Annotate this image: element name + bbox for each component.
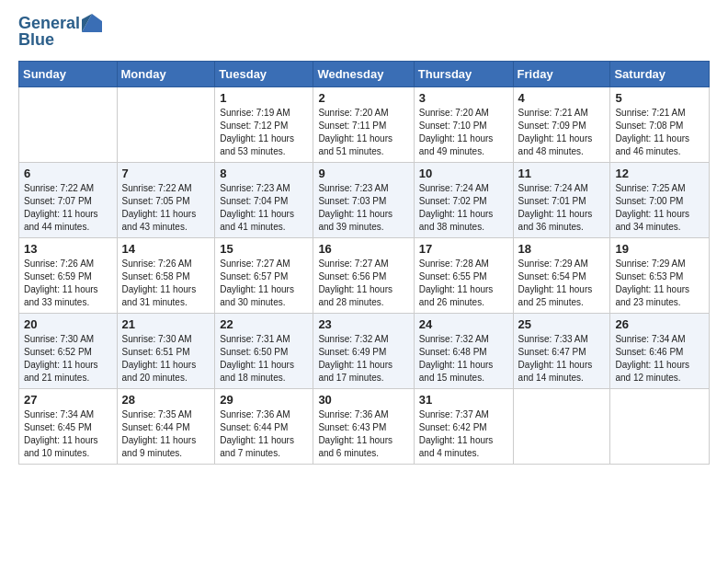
calendar-cell: 6Sunrise: 7:22 AMSunset: 7:07 PMDaylight… [19,162,118,237]
sunset-text: Sunset: 6:44 PM [220,421,308,434]
calendar-week-row: 13Sunrise: 7:26 AMSunset: 6:59 PMDayligh… [19,237,710,313]
sunrise-text: Sunrise: 7:28 AM [419,258,508,270]
sunset-text: Sunset: 6:54 PM [518,270,606,283]
sunrise-text: Sunrise: 7:31 AM [220,333,308,346]
daylight-text: Daylight: 11 hours and 9 minutes. [122,434,210,460]
calendar-cell: 31Sunrise: 7:37 AMSunset: 6:42 PMDayligh… [414,388,513,464]
day-number: 18 [518,242,606,256]
sunrise-text: Sunrise: 7:36 AM [318,408,408,421]
cell-content: Sunrise: 7:22 AMSunset: 7:05 PMDaylight:… [122,182,210,234]
calendar-cell: 28Sunrise: 7:35 AMSunset: 6:44 PMDayligh… [117,388,215,464]
calendar-cell: 23Sunrise: 7:32 AMSunset: 6:49 PMDayligh… [313,313,414,388]
col-header-saturday: Saturday [610,61,710,86]
calendar-week-row: 6Sunrise: 7:22 AMSunset: 7:07 PMDaylight… [19,162,710,237]
cell-content: Sunrise: 7:34 AMSunset: 6:45 PMDaylight:… [24,408,112,460]
cell-content: Sunrise: 7:22 AMSunset: 7:07 PMDaylight:… [24,182,112,234]
cell-content: Sunrise: 7:23 AMSunset: 7:03 PMDaylight:… [318,182,408,234]
daylight-text: Daylight: 11 hours and 51 minutes. [318,132,408,158]
day-number: 20 [24,317,112,331]
sunrise-text: Sunrise: 7:37 AM [419,408,508,421]
cell-content: Sunrise: 7:20 AMSunset: 7:10 PMDaylight:… [419,107,508,158]
sunrise-text: Sunrise: 7:29 AM [615,258,704,270]
daylight-text: Daylight: 11 hours and 38 minutes. [419,208,508,234]
sunrise-text: Sunrise: 7:24 AM [419,182,508,195]
day-number: 5 [615,91,704,105]
day-number: 1 [220,91,308,105]
calendar-cell: 20Sunrise: 7:30 AMSunset: 6:52 PMDayligh… [19,313,118,388]
cell-content: Sunrise: 7:25 AMSunset: 7:00 PMDaylight:… [615,182,704,234]
day-number: 21 [122,317,210,331]
daylight-text: Daylight: 11 hours and 46 minutes. [615,132,704,158]
day-number: 15 [220,242,308,256]
sunset-text: Sunset: 7:01 PM [518,195,606,208]
calendar-cell [117,86,215,162]
col-header-sunday: Sunday [19,61,118,86]
daylight-text: Daylight: 11 hours and 43 minutes. [122,208,210,234]
sunrise-text: Sunrise: 7:33 AM [518,333,606,346]
sunrise-text: Sunrise: 7:29 AM [518,258,606,270]
daylight-text: Daylight: 11 hours and 36 minutes. [518,208,606,234]
day-number: 29 [220,393,308,407]
sunrise-text: Sunrise: 7:22 AM [122,182,210,195]
sunrise-text: Sunrise: 7:22 AM [24,182,112,195]
sunset-text: Sunset: 6:50 PM [220,346,308,359]
sunset-text: Sunset: 7:12 PM [220,120,308,132]
calendar-week-row: 27Sunrise: 7:34 AMSunset: 6:45 PMDayligh… [19,388,710,464]
sunset-text: Sunset: 6:55 PM [419,270,508,283]
daylight-text: Daylight: 11 hours and 14 minutes. [518,359,606,385]
sunset-text: Sunset: 7:02 PM [419,195,508,208]
sunrise-text: Sunrise: 7:32 AM [419,333,508,346]
cell-content: Sunrise: 7:20 AMSunset: 7:11 PMDaylight:… [318,107,408,158]
calendar-cell: 12Sunrise: 7:25 AMSunset: 7:00 PMDayligh… [610,162,710,237]
cell-content: Sunrise: 7:26 AMSunset: 6:59 PMDaylight:… [24,258,112,309]
sunset-text: Sunset: 6:58 PM [122,270,210,283]
calendar-cell: 10Sunrise: 7:24 AMSunset: 7:02 PMDayligh… [414,162,513,237]
calendar-cell: 24Sunrise: 7:32 AMSunset: 6:48 PMDayligh… [414,313,513,388]
sunset-text: Sunset: 7:04 PM [220,195,308,208]
col-header-tuesday: Tuesday [215,61,313,86]
sunrise-text: Sunrise: 7:26 AM [122,258,210,270]
calendar-cell: 14Sunrise: 7:26 AMSunset: 6:58 PMDayligh… [117,237,215,313]
daylight-text: Daylight: 11 hours and 17 minutes. [318,359,408,385]
day-number: 19 [615,242,704,256]
sunrise-text: Sunrise: 7:34 AM [24,408,112,421]
calendar-cell: 29Sunrise: 7:36 AMSunset: 6:44 PMDayligh… [215,388,313,464]
daylight-text: Daylight: 11 hours and 53 minutes. [220,132,308,158]
day-number: 2 [318,91,408,105]
cell-content: Sunrise: 7:32 AMSunset: 6:48 PMDaylight:… [419,333,508,385]
daylight-text: Daylight: 11 hours and 23 minutes. [615,283,704,309]
calendar-week-row: 20Sunrise: 7:30 AMSunset: 6:52 PMDayligh… [19,313,710,388]
daylight-text: Daylight: 11 hours and 30 minutes. [220,283,308,309]
calendar-cell: 11Sunrise: 7:24 AMSunset: 7:01 PMDayligh… [513,162,610,237]
day-number: 14 [122,242,210,256]
calendar-cell: 7Sunrise: 7:22 AMSunset: 7:05 PMDaylight… [117,162,215,237]
cell-content: Sunrise: 7:36 AMSunset: 6:44 PMDaylight:… [220,408,308,460]
sunset-text: Sunset: 7:11 PM [318,120,408,132]
sunset-text: Sunset: 7:07 PM [24,195,112,208]
cell-content: Sunrise: 7:34 AMSunset: 6:46 PMDaylight:… [615,333,704,385]
calendar-cell: 22Sunrise: 7:31 AMSunset: 6:50 PMDayligh… [215,313,313,388]
cell-content: Sunrise: 7:35 AMSunset: 6:44 PMDaylight:… [122,408,210,460]
sunset-text: Sunset: 7:08 PM [615,120,704,132]
sunset-text: Sunset: 7:00 PM [615,195,704,208]
header: General Blue [18,15,710,50]
sunset-text: Sunset: 6:56 PM [318,270,408,283]
calendar-cell: 8Sunrise: 7:23 AMSunset: 7:04 PMDaylight… [215,162,313,237]
calendar-cell: 27Sunrise: 7:34 AMSunset: 6:45 PMDayligh… [19,388,118,464]
calendar-cell: 30Sunrise: 7:36 AMSunset: 6:43 PMDayligh… [313,388,414,464]
calendar-week-row: 1Sunrise: 7:19 AMSunset: 7:12 PMDaylight… [19,86,710,162]
calendar-cell: 18Sunrise: 7:29 AMSunset: 6:54 PMDayligh… [513,237,610,313]
daylight-text: Daylight: 11 hours and 7 minutes. [220,434,308,460]
sunrise-text: Sunrise: 7:21 AM [615,107,704,120]
logo: General Blue [18,15,102,50]
cell-content: Sunrise: 7:29 AMSunset: 6:53 PMDaylight:… [615,258,704,309]
day-number: 3 [419,91,508,105]
calendar-cell: 4Sunrise: 7:21 AMSunset: 7:09 PMDaylight… [513,86,610,162]
sunrise-text: Sunrise: 7:23 AM [220,182,308,195]
cell-content: Sunrise: 7:27 AMSunset: 6:56 PMDaylight:… [318,258,408,309]
calendar-cell: 16Sunrise: 7:27 AMSunset: 6:56 PMDayligh… [313,237,414,313]
calendar-cell [610,388,710,464]
cell-content: Sunrise: 7:28 AMSunset: 6:55 PMDaylight:… [419,258,508,309]
cell-content: Sunrise: 7:30 AMSunset: 6:51 PMDaylight:… [122,333,210,385]
sunrise-text: Sunrise: 7:20 AM [318,107,408,120]
